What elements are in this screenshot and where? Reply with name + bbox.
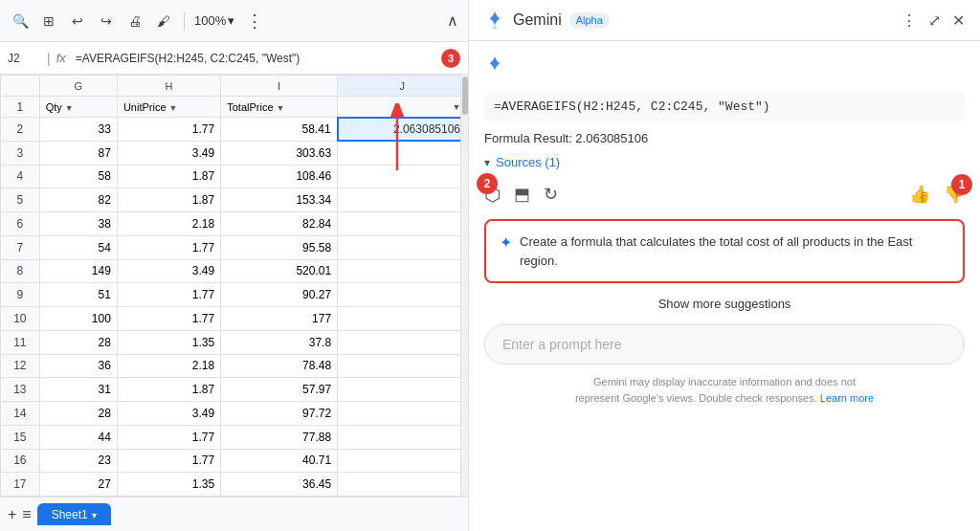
prompt-placeholder: Enter a prompt here [502, 337, 622, 352]
scrollbar-thumb[interactable] [462, 77, 468, 115]
redo-icon[interactable]: ↪ [96, 11, 117, 32]
row-num: 11 [1, 330, 40, 354]
insert-icon[interactable]: ⬒ [514, 184, 530, 205]
add-sheet-icon[interactable]: + [8, 506, 16, 523]
cell-j9[interactable] [338, 283, 467, 307]
cell-i10[interactable]: 177 [221, 307, 338, 331]
cell-h13[interactable]: 1.87 [117, 378, 220, 402]
sheets-menu-icon[interactable]: ≡ [22, 506, 31, 523]
gemini-close-icon[interactable]: ✕ [952, 11, 965, 30]
cell-i17[interactable]: 36.45 [221, 473, 338, 497]
cell-g10[interactable]: 100 [39, 307, 117, 331]
cell-g7[interactable]: 54 [39, 235, 117, 259]
cell-h5[interactable]: 1.87 [117, 188, 220, 212]
cell-i12[interactable]: 78.48 [221, 354, 338, 378]
collapse-icon[interactable]: ∧ [447, 11, 458, 30]
cell-h6[interactable]: 2.18 [117, 212, 220, 236]
gemini-more-icon[interactable]: ⋮ [902, 11, 917, 30]
cell-g8[interactable]: 149 [39, 259, 117, 283]
cell-j5[interactable] [338, 188, 467, 212]
cell-h9[interactable]: 1.77 [117, 283, 220, 307]
gemini-expand-icon[interactable]: ⤢ [928, 11, 941, 30]
cell-g13[interactable]: 31 [39, 378, 117, 402]
cell-j3[interactable] [338, 141, 467, 165]
learn-more-link[interactable]: Learn more [820, 392, 874, 404]
cell-j17[interactable] [338, 473, 467, 497]
grid-icon[interactable]: ⊞ [38, 11, 59, 32]
sheet-tab-sheet1[interactable]: Sheet1 ▾ [37, 503, 111, 525]
cell-i8[interactable]: 520.01 [221, 259, 338, 283]
cell-i2[interactable]: 58.41 [221, 118, 338, 142]
cell-h3[interactable]: 3.49 [117, 141, 220, 165]
cell-h10[interactable]: 1.77 [117, 307, 220, 331]
col-header-i[interactable]: I [221, 76, 338, 97]
cell-h15[interactable]: 1.77 [117, 425, 220, 449]
fx-label: fx [56, 51, 66, 65]
cell-h7[interactable]: 1.77 [117, 235, 220, 259]
suggestion-card[interactable]: ✦ Create a formula that calculates the t… [484, 219, 965, 283]
cell-g16[interactable]: 23 [39, 449, 117, 473]
cell-j7[interactable] [338, 235, 467, 259]
zoom-control[interactable]: 100% ▾ [194, 13, 234, 28]
print-icon[interactable]: 🖨 [124, 11, 145, 32]
cell-i7[interactable]: 95.58 [221, 235, 338, 259]
cell-j13[interactable] [338, 378, 467, 402]
corner-cell [1, 76, 40, 97]
sources-row[interactable]: ▾ Sources (1) [484, 155, 965, 169]
search-icon[interactable]: 🔍 [10, 11, 31, 32]
col-header-j[interactable]: J [338, 76, 467, 97]
prompt-input[interactable]: Enter a prompt here [484, 324, 965, 365]
cell-i15[interactable]: 77.88 [221, 425, 338, 449]
cell-g15[interactable]: 44 [39, 425, 117, 449]
more-options-icon[interactable]: ⋮ [246, 11, 263, 32]
cell-h11[interactable]: 1.35 [117, 330, 220, 354]
cell-g17[interactable]: 27 [39, 473, 117, 497]
col-header-h[interactable]: H [117, 76, 220, 97]
cell-j12[interactable] [338, 354, 467, 378]
undo-icon[interactable]: ↩ [67, 11, 88, 32]
cell-j14[interactable] [338, 402, 467, 426]
grid-wrapper: G H I J 1 Qty ▼ UnitPrice ▼ TotalPrice ▼… [0, 75, 468, 497]
cell-h17[interactable]: 1.35 [117, 473, 220, 497]
table-row: 10 100 1.77 177 [1, 307, 468, 331]
cell-g2[interactable]: 33 [39, 118, 117, 142]
cell-h4[interactable]: 1.87 [117, 165, 220, 188]
vertical-scrollbar[interactable] [460, 75, 468, 497]
cell-h2[interactable]: 1.77 [117, 118, 220, 142]
paint-icon[interactable]: 🖌 [153, 11, 174, 32]
cell-j8[interactable] [338, 259, 467, 283]
cell-h16[interactable]: 1.77 [117, 449, 220, 473]
cell-h8[interactable]: 3.49 [117, 259, 220, 283]
cell-g11[interactable]: 28 [39, 330, 117, 354]
cell-i4[interactable]: 108.46 [221, 165, 338, 188]
cell-g14[interactable]: 28 [39, 402, 117, 426]
cell-h12[interactable]: 2.18 [117, 354, 220, 378]
cell-g6[interactable]: 38 [39, 212, 117, 236]
gemini-title: Gemini [513, 11, 562, 29]
cell-g5[interactable]: 82 [39, 188, 117, 212]
cell-i14[interactable]: 97.72 [221, 402, 338, 426]
cell-i16[interactable]: 40.71 [221, 449, 338, 473]
cell-i3[interactable]: 303.63 [221, 141, 338, 165]
thumbs-up-icon[interactable]: 👍 [909, 184, 930, 205]
cell-j2[interactable]: 2.063085106 [338, 118, 467, 142]
cell-j6[interactable] [338, 212, 467, 236]
cell-j15[interactable] [338, 425, 467, 449]
cell-i13[interactable]: 57.97 [221, 378, 338, 402]
cell-j4[interactable] [338, 165, 467, 188]
cell-g9[interactable]: 51 [39, 283, 117, 307]
cell-g4[interactable]: 58 [39, 165, 117, 188]
refresh-icon[interactable]: ↻ [544, 184, 558, 205]
col-header-g[interactable]: G [39, 76, 117, 97]
cell-i5[interactable]: 153.34 [221, 188, 338, 212]
cell-g12[interactable]: 36 [39, 354, 117, 378]
cell-j11[interactable] [338, 330, 467, 354]
cell-j10[interactable] [338, 307, 467, 331]
cell-j16[interactable] [338, 449, 467, 473]
cell-g3[interactable]: 87 [39, 141, 117, 165]
cell-i6[interactable]: 82.84 [221, 212, 338, 236]
show-more-suggestions-button[interactable]: Show more suggestions [484, 293, 965, 315]
cell-i11[interactable]: 37.8 [221, 330, 338, 354]
cell-i9[interactable]: 90.27 [221, 283, 338, 307]
cell-h14[interactable]: 3.49 [117, 402, 220, 426]
